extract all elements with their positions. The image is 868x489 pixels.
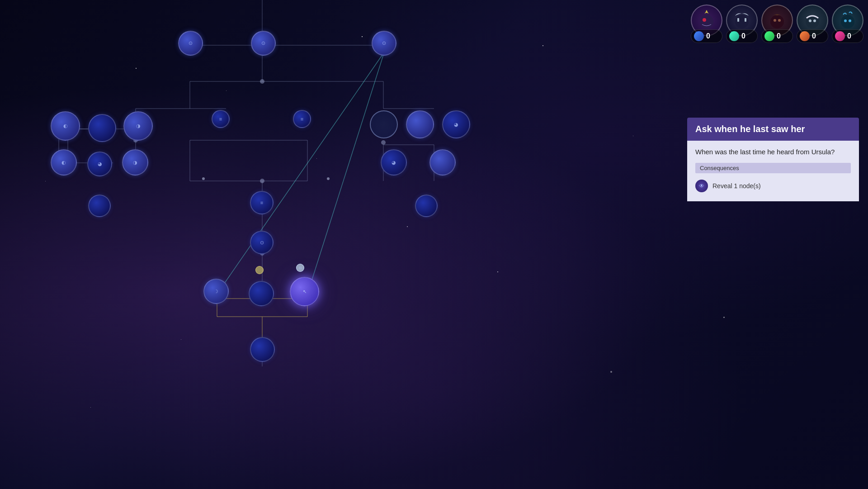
node-bottom-center[interactable] — [249, 281, 274, 306]
svg-point-47 — [700, 15, 713, 28]
resource-item-4: 0 — [797, 5, 828, 43]
resource-item-5: 0 — [832, 5, 863, 43]
svg-marker-50 — [704, 11, 709, 14]
svg-point-62 — [849, 19, 851, 22]
tooltip-header: Ask when he last saw her — [687, 118, 859, 141]
svg-point-48 — [703, 18, 706, 22]
consequence-icon: 👁 — [695, 180, 708, 192]
svg-point-58 — [809, 19, 811, 22]
node-right-outlier[interactable] — [415, 195, 438, 217]
consequence-item: 👁 Reveal 1 node(s) — [695, 177, 851, 195]
node-left-r2-1[interactable]: ◐ — [51, 149, 77, 176]
node-right-r1-3[interactable]: ◕ — [442, 110, 470, 138]
resource-count-wrap-1: 0 — [691, 29, 722, 43]
node-mid-left-icon: ≡ — [212, 111, 229, 127]
res-count-4: 0 — [812, 32, 816, 40]
node-left-r2-3[interactable]: ◑ — [122, 149, 148, 176]
node-left-r2-2[interactable]: ◕ — [87, 152, 112, 176]
node-top-left[interactable]: ⊙ — [178, 31, 203, 56]
eye-icon: 👁 — [699, 183, 704, 189]
svg-point-38 — [260, 179, 264, 183]
resource-item-2: 0 — [726, 5, 758, 43]
consequence-text: Reveal 1 node(s) — [712, 182, 761, 190]
svg-point-42 — [202, 177, 205, 180]
node-mid-left[interactable]: ≡ — [212, 110, 230, 128]
svg-rect-53 — [745, 18, 746, 22]
res-icon-1 — [694, 31, 704, 41]
resource-count-wrap-2: 0 — [726, 29, 758, 43]
res-icon-5 — [835, 31, 845, 41]
resource-count-wrap-5: 0 — [832, 29, 863, 43]
graph-lines — [0, 0, 868, 489]
resource-count-wrap-4: 0 — [797, 29, 828, 43]
node-connector-hub2[interactable]: ⊙ — [296, 264, 304, 272]
resource-count-wrap-3: 0 — [761, 29, 793, 43]
node-mid-center[interactable]: ≡ — [293, 110, 311, 128]
node-bottom-right-active[interactable]: ↖ — [290, 277, 319, 306]
node-right-r2-2[interactable] — [429, 149, 456, 176]
node-very-bottom[interactable] — [250, 337, 275, 362]
svg-point-43 — [327, 177, 330, 180]
svg-point-40 — [381, 140, 386, 145]
res-count-5: 0 — [847, 32, 851, 40]
node-left-r1-1[interactable]: ◐ — [51, 111, 80, 141]
node-mid-lower[interactable]: ≡ — [250, 191, 274, 214]
tooltip-title: Ask when he last saw her — [695, 124, 805, 134]
svg-point-60 — [841, 15, 854, 28]
svg-line-34 — [217, 52, 384, 294]
node-bottom-left[interactable]: ☽ — [203, 279, 229, 304]
svg-point-51 — [735, 15, 749, 28]
node-top-center[interactable]: ⊙ — [251, 31, 276, 56]
node-top-left-icon: ⊙ — [179, 32, 202, 55]
node-connector-hub1[interactable] — [255, 266, 264, 274]
svg-point-61 — [844, 19, 847, 22]
tooltip-panel[interactable]: Ask when he last saw her When was the la… — [687, 118, 859, 201]
svg-line-35 — [307, 52, 384, 294]
node-left-r1-2[interactable] — [88, 114, 116, 142]
res-icon-3 — [764, 31, 774, 41]
tooltip-question: When was the last time he heard from Urs… — [695, 147, 851, 157]
res-icon-2 — [729, 31, 739, 41]
tooltip-body: When was the last time he heard from Urs… — [687, 141, 859, 201]
svg-point-59 — [813, 19, 816, 22]
svg-rect-52 — [737, 18, 739, 22]
dialogue-tree-graph: ⊙ ⊙ ⊙ ≡ ≡ ◐ ◑ ◐ ◕ ◑ ◕ ◕ — [0, 0, 868, 489]
node-left-outlier[interactable] — [88, 195, 111, 217]
res-icon-4 — [800, 31, 810, 41]
node-top-right[interactable]: ⊙ — [372, 31, 396, 56]
node-right-r2-1[interactable]: ◕ — [381, 149, 407, 176]
node-mid-lower2[interactable]: ⊙ — [250, 231, 274, 254]
res-count-1: 0 — [706, 32, 710, 40]
node-right-r1-2[interactable] — [406, 110, 434, 138]
svg-point-54 — [770, 15, 784, 28]
svg-point-56 — [778, 19, 781, 22]
resource-bar: 0 0 — [691, 5, 863, 43]
svg-point-55 — [774, 19, 776, 22]
node-right-r1-1[interactable] — [370, 110, 398, 138]
node-mid-center-icon: ≡ — [294, 111, 310, 127]
svg-point-37 — [260, 79, 264, 84]
res-count-3: 0 — [777, 32, 781, 40]
node-top-right-icon: ⊙ — [373, 32, 396, 55]
resource-item-3: 0 — [761, 5, 793, 43]
node-top-center-icon: ⊙ — [252, 32, 275, 55]
consequences-label: Consequences — [695, 163, 851, 173]
node-left-r1-3[interactable]: ◑ — [123, 111, 153, 141]
res-count-2: 0 — [741, 32, 745, 40]
resource-item-1: 0 — [691, 5, 722, 43]
